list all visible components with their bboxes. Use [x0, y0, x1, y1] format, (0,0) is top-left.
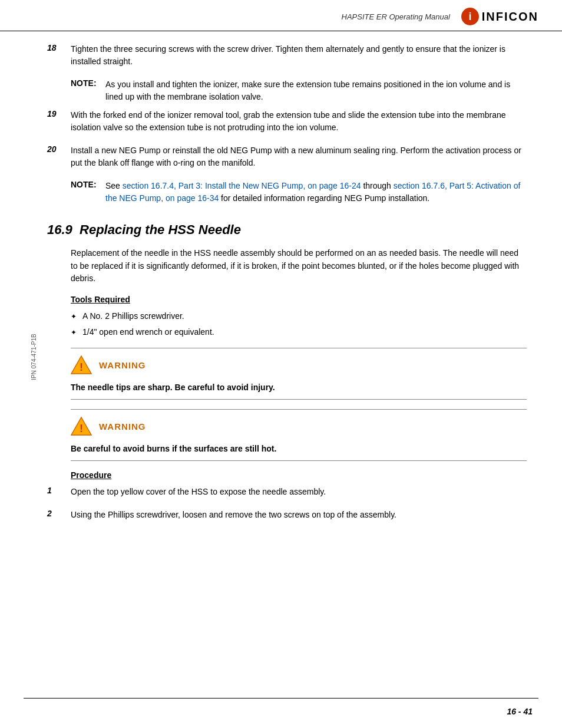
bullet-diamond-2: ✦ [71, 327, 77, 338]
svg-text:!: ! [80, 361, 83, 373]
inficon-logo-icon: i [461, 7, 480, 26]
procedure-step-2: 2 Using the Phillips screwdriver, loosen… [47, 509, 527, 521]
page-number: 16 - 41 [507, 707, 533, 716]
warning-title-2: WARNING [99, 421, 146, 431]
bullet-diamond-1: ✦ [71, 311, 77, 322]
step-19: 19 With the forked end of the ionizer re… [47, 109, 527, 134]
intro-paragraph: Replacement of the needle in the HSS nee… [71, 247, 527, 285]
tools-item-1-text: A No. 2 Phillips screwdriver. [82, 310, 184, 322]
warning-box-1: ! WARNING The needle tips are sharp. Be … [71, 348, 527, 400]
note-20: NOTE: See section 16.7.4, Part 3: Instal… [71, 180, 527, 205]
note-20-text-after: for detailed information regarding NEG P… [219, 193, 429, 203]
sidebar-part-number: IPN 074-471-P1B [31, 334, 37, 380]
note-20-text-before: See [105, 181, 123, 190]
tools-item-2: ✦ 1/4" open end wrench or equivalent. [71, 326, 527, 338]
proc-step-2-text: Using the Phillips screwdriver, loosen a… [71, 509, 527, 521]
tools-required-heading: Tools Required [71, 295, 527, 304]
tools-item-2-text: 1/4" open end wrench or equivalent. [82, 326, 214, 338]
procedure-step-1: 1 Open the top yellow cover of the HSS t… [47, 486, 527, 498]
warning-header-1: ! WARNING [71, 354, 527, 375]
step-20-text: Install a new NEG Pump or reinstall the … [71, 144, 527, 169]
note-20-label: NOTE: [71, 180, 103, 189]
section-heading: 16.9 Replacing the HSS Needle [47, 222, 527, 238]
tools-item-1: ✦ A No. 2 Phillips screwdriver. [71, 310, 527, 322]
note-18-content: As you install and tighten the ionizer, … [105, 78, 527, 103]
note-20-text-middle: through [361, 181, 394, 190]
note-20-link1[interactable]: section 16.7.4, Part 3: Install the New … [123, 181, 361, 190]
footer-line [24, 698, 538, 699]
warning-title-1: WARNING [99, 360, 146, 370]
tools-list: ✦ A No. 2 Phillips screwdriver. ✦ 1/4" o… [71, 310, 527, 338]
step-18-number: 18 [47, 43, 71, 52]
procedure-heading: Procedure [71, 470, 527, 480]
step-20: 20 Install a new NEG Pump or reinstall t… [47, 144, 527, 169]
section-title: Replacing the HSS Needle [80, 222, 241, 237]
step-18: 18 Tighten the three securing screws wit… [47, 43, 527, 68]
logo-text: INFICON [482, 10, 538, 24]
step-20-number: 20 [47, 144, 71, 154]
section-number: 16.9 [47, 222, 72, 237]
note-18: NOTE: As you install and tighten the ion… [71, 78, 527, 103]
step-18-text: Tighten the three securing screws with t… [71, 43, 527, 68]
warning-header-2: ! WARNING [71, 416, 527, 437]
svg-text:!: ! [80, 423, 83, 434]
warning-triangle-icon-2: ! [71, 416, 92, 437]
note-20-content: See section 16.7.4, Part 3: Install the … [105, 180, 527, 205]
warning-text-2: Be careful to avoid burns if the surface… [71, 442, 527, 454]
warning-triangle-icon-1: ! [71, 354, 92, 375]
page-container: HAPSITE ER Operating Manual i INFICON IP… [0, 0, 562, 728]
note-18-label: NOTE: [71, 78, 103, 88]
manual-title: HAPSITE ER Operating Manual [342, 12, 450, 21]
logo-container: i INFICON [461, 7, 538, 26]
proc-step-1-number: 1 [47, 486, 71, 495]
step-19-text: With the forked end of the ionizer remov… [71, 109, 527, 134]
proc-step-1-text: Open the top yellow cover of the HSS to … [71, 486, 527, 498]
svg-text:i: i [468, 11, 471, 22]
proc-step-2-number: 2 [47, 509, 71, 518]
warning-text-1: The needle tips are sharp. Be careful to… [71, 380, 527, 393]
main-content: 18 Tighten the three securing screws wit… [0, 31, 562, 543]
warning-box-2: ! WARNING Be careful to avoid burns if t… [71, 409, 527, 461]
page-header: HAPSITE ER Operating Manual i INFICON [0, 0, 562, 31]
step-19-number: 19 [47, 109, 71, 118]
